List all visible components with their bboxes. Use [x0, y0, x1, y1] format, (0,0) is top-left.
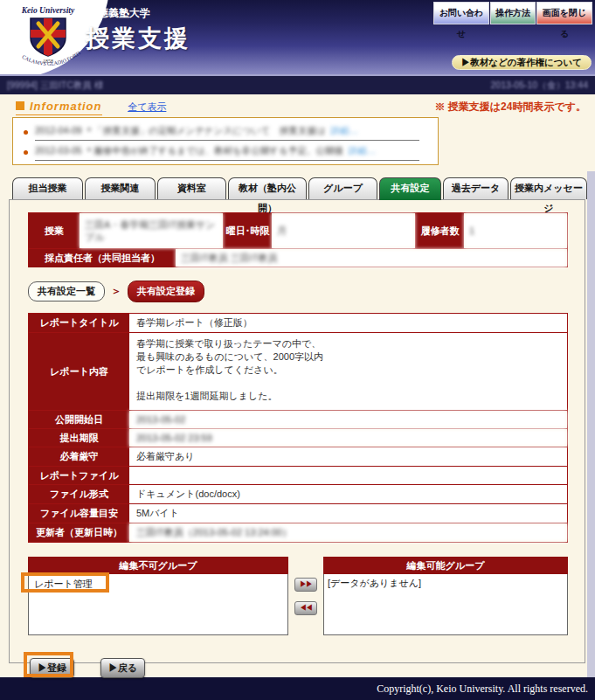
deadline-value: 2013-05-02 23:59 [129, 429, 567, 447]
class-value: 三田A・春学期三田IT授業サンプル [80, 213, 223, 248]
content-panel: 授業 三田A・春学期三田IT授業サンプル 曜日･時限 月 履修者数 1 採点責任… [9, 199, 585, 663]
information-item-text: 2012-03-05 ＊履修申告が終了するまでは、教材を非公開する予定。公開後 [35, 145, 343, 157]
transfer-controls: ▶▶ ◀◀ [288, 557, 323, 635]
deadline-label: 提出期限 [29, 429, 129, 447]
class-label: 授業 [29, 213, 80, 248]
footer: Copyright(c), Keio University. All right… [0, 677, 595, 700]
bullet-icon [24, 150, 28, 155]
information-heading: Information 全て表示 [16, 100, 166, 115]
information-title: Information [30, 100, 102, 113]
strict-deadline-label: 必着厳守 [29, 447, 129, 466]
strict-deadline-value: 必着厳守あり [129, 447, 567, 466]
report-file-value [129, 467, 567, 484]
enrolled-label: 履修者数 [415, 213, 464, 248]
app-header: Keio University 1858 CALAMVS GLADIO FORT… [0, 0, 595, 74]
report-title-label: レポートタイトル [29, 314, 129, 332]
updater-label: 更新者（更新日時） [29, 523, 129, 542]
report-content-label: レポート内容 [29, 333, 129, 410]
share-settings-list-button[interactable]: 共有設定一覧 [28, 281, 105, 301]
logged-in-user: [99994] 三田ITC教員 様 [7, 80, 103, 92]
file-format-value: ドキュメント(doc/docx) [129, 485, 567, 503]
updater-value: 三田IT教員（2013-05-02 13:24:00） [129, 523, 567, 542]
breadcrumb-separator-icon: ＞ [111, 284, 121, 299]
enrolled-value: 1 [464, 213, 567, 248]
register-button[interactable]: ▶登録 [30, 658, 74, 678]
grader-label: 採点責任者（共同担当者） [29, 249, 176, 267]
report-title-value: 春学期レポート（修正版） [129, 314, 567, 332]
tab-assigned-classes[interactable]: 担当授業 [12, 177, 83, 199]
move-left-button[interactable]: ◀◀ [294, 601, 317, 615]
show-all-link[interactable]: 全て表示 [128, 101, 166, 112]
action-buttons: ▶登録 ▶戻る [30, 658, 585, 678]
list-item-report-management[interactable]: レポート管理 [29, 574, 287, 594]
help-button[interactable]: 操作方法 [490, 2, 536, 24]
information-box: 2012-04-09 ＊「授業支援」の定期メンテナンスについて 授業支援は 詳細… [12, 117, 439, 165]
page: Keio University 1858 CALAMVS GLADIO FORT… [0, 0, 595, 700]
file-format-label: ファイル形式 [29, 485, 129, 503]
no-data-text: [データがありません] [324, 574, 567, 593]
day-period-value: 月 [272, 213, 415, 248]
background-strip [587, 171, 595, 677]
class-info-table: 授業 三田A・春学期三田IT授業サンプル 曜日･時限 月 履修者数 1 採点責任… [28, 212, 568, 267]
move-right-button[interactable]: ▶▶ [294, 578, 317, 592]
grader-value: 三田IT教員 三田IT教員 [176, 249, 567, 267]
locked-group-list[interactable]: レポート管理 [28, 574, 288, 635]
information-item-link[interactable]: 詳細… [349, 145, 377, 157]
tab-past-data[interactable]: 過去データ [443, 177, 509, 199]
materials-copyright-button[interactable]: ▶教材などの著作権について [452, 55, 592, 70]
close-screen-button[interactable]: 画面を閉じる [536, 2, 592, 24]
information-item-text: 2012-04-09 ＊「授業支援」の定期メンテナンスについて 授業支援は [35, 125, 326, 137]
report-content-value: 春学期に授業で取り扱ったテーマの中で、 最も興味のあるものについて、2000字以… [129, 333, 567, 410]
share-settings-register-label: 共有設定登録 [128, 281, 204, 302]
university-name: 慶應義塾大学 [87, 6, 150, 21]
top-nav: お問い合わせ 操作方法 画面を閉じる [433, 2, 592, 24]
file-size-label: ファイル容量目安 [29, 504, 129, 523]
information-item: 2012-04-09 ＊「授業支援」の定期メンテナンスについて 授業支援は 詳細… [24, 122, 438, 142]
back-button[interactable]: ▶戻る [100, 658, 145, 678]
group-transfer-section: 編集不可グループ レポート管理 ▶▶ ◀◀ 編集可能グループ [データがありませ… [28, 557, 568, 635]
user-bar: [99994] 三田ITC教員 様 2013-05-10（金）13:44 [0, 74, 595, 94]
svg-text:Keio University: Keio University [21, 6, 75, 15]
report-file-label: レポートファイル [29, 467, 129, 484]
editable-group-header: 編集可能グループ [323, 557, 568, 574]
24h-note: ※ 授業支援は24時間表示です。 [434, 100, 586, 114]
tab-teaching-materials[interactable]: 教材（塾内公開） [228, 177, 307, 199]
locked-group-header: 編集不可グループ [28, 557, 288, 574]
information-square-icon [16, 101, 24, 110]
app-title: 授業支援 [86, 23, 190, 54]
publish-start-label: 公開開始日 [29, 411, 129, 428]
tab-bar: 担当授業 授業関連 資料室 教材（塾内公開） グループ 共有設定 過去データ 授… [12, 177, 587, 199]
tab-share-settings[interactable]: 共有設定 [379, 177, 441, 200]
current-datetime: 2013-05-10（金）13:44 [491, 80, 589, 92]
keio-university-logo-icon: Keio University 1858 CALAMVS GLADIO FORT… [3, 2, 93, 73]
contact-button[interactable]: お問い合わせ [433, 2, 489, 24]
tab-materials-room[interactable]: 資料室 [157, 177, 226, 199]
locked-group-box: 編集不可グループ レポート管理 [28, 557, 288, 635]
file-size-value: 5Mバイト [129, 504, 567, 523]
tab-class-messages[interactable]: 授業内メッセージ [510, 177, 587, 199]
editable-group-box: 編集可能グループ [データがありません] [323, 557, 568, 635]
breadcrumb: 共有設定一覧 ＞ 共有設定登録 [28, 281, 585, 302]
publish-start-value: 2013-05-02 [129, 411, 567, 428]
tab-group[interactable]: グループ [308, 177, 377, 199]
day-period-label: 曜日･時限 [223, 213, 272, 248]
information-item-link[interactable]: 詳細… [331, 125, 359, 137]
information-item: 2012-03-05 ＊履修申告が終了するまでは、教材を非公開する予定。公開後 … [24, 142, 438, 163]
copyright-text: Copyright(c), Keio University. All right… [377, 683, 588, 695]
report-detail-table: レポートタイトル 春学期レポート（修正版） レポート内容 春学期に授業で取り扱っ… [28, 313, 568, 543]
bullet-icon [24, 130, 28, 135]
editable-group-list[interactable]: [データがありません] [323, 574, 568, 635]
tab-class-related[interactable]: 授業関連 [85, 177, 156, 199]
